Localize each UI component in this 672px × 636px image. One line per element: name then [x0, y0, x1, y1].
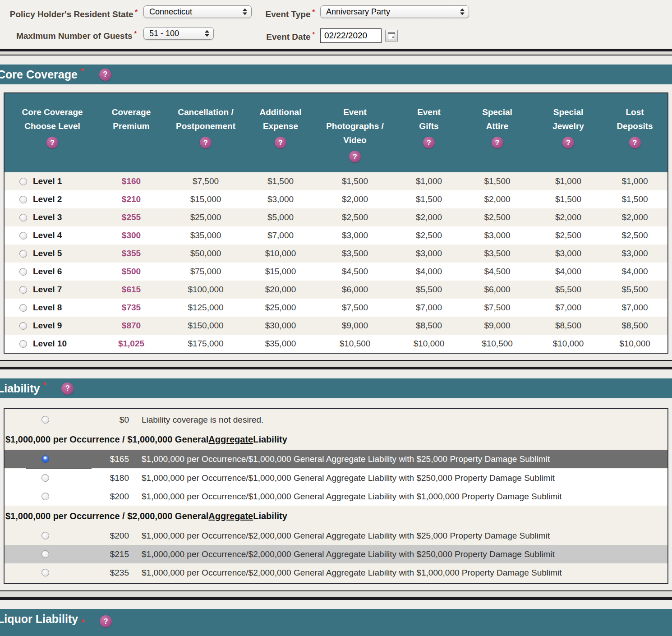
liability-help-icon[interactable]: ? [61, 383, 74, 395]
coverage-premium-cell: $160 [100, 176, 162, 186]
column-help-icon[interactable]: ? [629, 137, 641, 148]
level-cell: Level 7 [5, 285, 100, 295]
core-level-radio[interactable] [19, 286, 27, 294]
liability-option-label: $1,000,000 per Occurrence/$1,000,000 Gen… [134, 473, 667, 483]
liability-option-label: $1,000,000 per Occurrence/$1,000,000 Gen… [134, 492, 667, 502]
event-date-input[interactable] [320, 28, 382, 43]
liquor-liability-help-icon[interactable]: ? [100, 615, 112, 627]
core-level-row[interactable]: Level 7 $615 $100,000 $20,000 $6,000 $5,… [5, 281, 667, 299]
core-level-row[interactable]: Level 1 $160 $7,500 $1,500 $1,500 $1,000… [5, 172, 667, 190]
core-level-radio[interactable] [19, 178, 27, 185]
core-level-row[interactable]: Level 9 $870 $150,000 $30,000 $9,000 $8,… [5, 317, 667, 335]
core-level-radio[interactable] [19, 214, 27, 221]
liability-option-radio[interactable] [41, 569, 49, 576]
aggregate-term-link[interactable]: Aggregate [208, 434, 253, 445]
cancellation-postponement-cell: $15,000 [162, 194, 249, 204]
core-level-row[interactable]: Level 3 $255 $25,000 $5,000 $2,500 $2,00… [5, 208, 667, 226]
liability-option-row-selected[interactable]: $165 $1,000,000 per Occurrence/$1,000,00… [5, 450, 667, 468]
column-header: Lost Deposits ? [602, 105, 667, 162]
column-help-icon[interactable]: ? [492, 137, 503, 148]
column-help-icon[interactable]: ? [200, 137, 212, 148]
core-level-label: Level 6 [33, 267, 62, 277]
additional-expense-cell: $5,000 [249, 212, 312, 222]
max-guests-value: 51 - 100 [149, 29, 179, 38]
column-help-icon[interactable]: ? [562, 137, 574, 148]
liability-option-label: $1,000,000 per Occurrence/$1,000,000 Gen… [134, 454, 667, 464]
column-help-icon[interactable]: ? [275, 137, 286, 148]
liability-option-price: $200 [86, 492, 134, 502]
core-level-radio[interactable] [19, 304, 27, 312]
column-header: Additional Expense ? [249, 105, 312, 162]
core-coverage-section-header: Core Coverage * ? [0, 65, 672, 84]
liability-option-label: $1,000,000 per Occurrence/$2,000,000 Gen… [134, 568, 667, 578]
core-level-label: Level 2 [33, 194, 62, 204]
cancellation-postponement-cell: $125,000 [162, 303, 249, 313]
core-level-row[interactable]: Level 4 $300 $35,000 $7,000 $3,000 $2,50… [5, 226, 667, 244]
liability-option-row[interactable]: $215 $1,000,000 per Occurrence/$2,000,00… [5, 545, 667, 563]
additional-expense-cell: $35,000 [249, 339, 312, 349]
core-level-row[interactable]: Level 10 $1,025 $175,000 $35,000 $10,500… [5, 335, 667, 353]
special-attire-cell: $6,000 [460, 285, 534, 295]
event-gifts-cell: $5,500 [398, 285, 460, 295]
liability-option-row[interactable]: $0 Liability coverage is not desired. [5, 410, 667, 429]
liability-option-row[interactable]: $180 $1,000,000 per Occurrence/$1,000,00… [5, 469, 667, 487]
special-jewelry-cell: $4,000 [534, 267, 602, 277]
core-level-radio[interactable] [19, 250, 27, 258]
required-asterisk: * [43, 378, 46, 390]
core-level-row[interactable]: Level 2 $210 $15,000 $3,000 $2,000 $1,50… [5, 190, 667, 208]
core-level-label: Level 7 [33, 285, 62, 295]
group-header-text: Liability [253, 511, 287, 521]
liability-option-row[interactable]: $200 $1,000,000 per Occurrence/$1,000,00… [5, 487, 667, 506]
event-gifts-cell: $1,500 [398, 194, 460, 204]
event-gifts-cell: $4,000 [398, 267, 460, 277]
lost-deposits-cell: $1,500 [602, 194, 667, 204]
liquor-liability-title: Liquor Liability [0, 613, 78, 626]
column-header: Coverage Premium [100, 105, 162, 162]
additional-expense-cell: $10,000 [249, 249, 312, 258]
core-level-row[interactable]: Level 6 $500 $75,000 $15,000 $4,500 $4,0… [5, 263, 667, 281]
liability-option-radio[interactable] [41, 532, 49, 539]
core-level-label: Level 3 [33, 212, 62, 222]
liability-none-radio[interactable] [41, 416, 49, 424]
liability-option-radio-selected[interactable] [41, 455, 49, 463]
level-cell: Level 3 [5, 212, 100, 222]
liability-option-radio[interactable] [41, 493, 49, 500]
liability-option-label: $1,000,000 per Occurrence/$2,000,000 Gen… [134, 549, 667, 559]
core-level-row[interactable]: Level 5 $355 $50,000 $10,000 $3,500 $3,0… [5, 244, 667, 263]
core-level-radio[interactable] [19, 340, 27, 348]
special-jewelry-cell: $7,000 [534, 303, 602, 313]
event-type-select[interactable]: Anniversary Party [320, 5, 469, 18]
resident-state-value: Connecticut [149, 7, 192, 17]
level-cell: Level 6 [5, 267, 100, 277]
column-header-label: Lost Deposits [614, 105, 656, 133]
liability-option-price: $235 [86, 568, 134, 578]
special-jewelry-cell: $10,000 [534, 339, 602, 349]
liability-option-row[interactable]: $235 $1,000,000 per Occurrence/$2,000,00… [5, 563, 667, 582]
coverage-premium-cell: $870 [100, 321, 162, 331]
column-header: Cancellation / Postponement ? [162, 105, 249, 162]
liability-option-radio[interactable] [41, 474, 49, 482]
required-asterisk: * [81, 613, 84, 627]
core-level-radio[interactable] [19, 322, 27, 330]
event-gifts-cell: $1,000 [398, 176, 460, 186]
core-level-row[interactable]: Level 8 $735 $125,000 $25,000 $7,500 $7,… [5, 299, 667, 317]
special-jewelry-cell: $1,000 [534, 176, 602, 186]
special-attire-cell: $1,500 [460, 176, 534, 186]
column-help-icon[interactable]: ? [423, 137, 435, 148]
event-info-form: Policy Holder's Resident State* Connecti… [0, 0, 672, 49]
aggregate-term-link[interactable]: Aggregate [208, 511, 253, 521]
special-jewelry-cell: $8,500 [534, 321, 602, 331]
core-level-radio[interactable] [19, 196, 27, 203]
column-header-label: Special Jewelry [548, 105, 589, 133]
liability-option-radio[interactable] [41, 550, 49, 558]
additional-expense-cell: $30,000 [249, 321, 312, 331]
core-level-radio[interactable] [19, 268, 27, 276]
liability-option-row[interactable]: $200 $1,000,000 per Occurrence/$2,000,00… [5, 526, 667, 545]
lost-deposits-cell: $4,000 [602, 267, 667, 277]
calendar-button[interactable] [385, 30, 398, 41]
column-help-icon[interactable]: ? [349, 151, 361, 162]
max-guests-select[interactable]: 51 - 100 [143, 27, 214, 40]
core-coverage-help-icon[interactable]: ? [99, 69, 111, 81]
column-help-icon[interactable]: ? [46, 137, 58, 148]
core-level-radio[interactable] [19, 232, 27, 240]
